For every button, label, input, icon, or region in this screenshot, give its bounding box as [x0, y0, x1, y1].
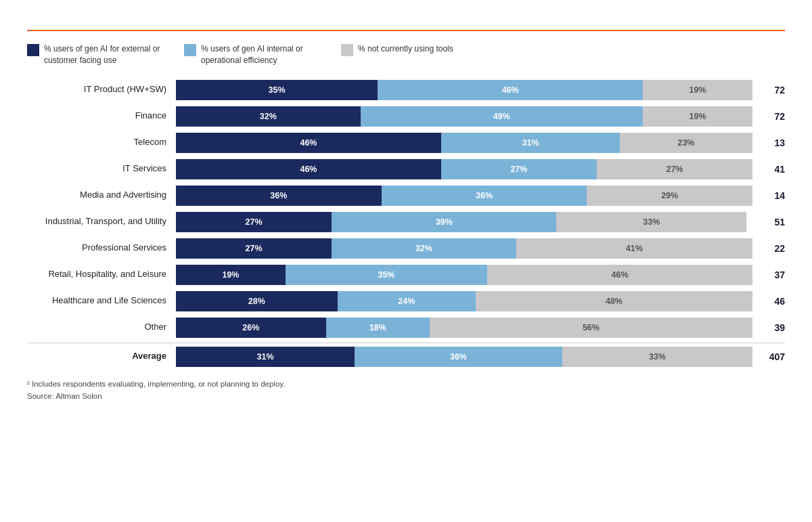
bar-container: 35%46%19%: [176, 80, 752, 100]
legend-color-2: [341, 44, 353, 56]
bar-container: 27%32%41%: [176, 238, 752, 259]
row-total: 407: [752, 351, 785, 362]
bar-dark: 36%: [176, 186, 382, 206]
chart-row: Media and Advertising36%36%29%14: [27, 184, 785, 207]
footnote-line: Source: Altman Solon: [27, 390, 785, 402]
bar-gray: 19%: [643, 80, 752, 100]
bar-container: 31%36%33%: [176, 347, 752, 367]
bar-container: 27%39%33%: [176, 212, 752, 232]
row-label: Average: [27, 351, 176, 362]
bar-gray: 33%: [556, 212, 746, 232]
bar-gray: 19%: [643, 106, 752, 127]
row-total: 14: [752, 190, 785, 201]
legend-label-2: % not currently using tools: [358, 43, 453, 55]
footnote-line: ¹ Includes respondents evaluating, imple…: [27, 378, 785, 390]
chart-row: Finance32%49%19%72: [27, 105, 785, 128]
bar-container: 46%31%23%: [176, 133, 752, 153]
legend-color-0: [27, 44, 39, 56]
bar-dark: 28%: [176, 291, 338, 311]
row-total: 51: [752, 217, 785, 227]
row-label: Professional Services: [27, 242, 176, 254]
legend: % users of gen AI for external or custom…: [27, 43, 785, 66]
bar-light: 46%: [378, 80, 643, 100]
legend-item-1: % users of gen AI internal or operationa…: [184, 43, 319, 66]
row-total: 13: [752, 137, 785, 148]
chart-row: IT Services46%27%27%41: [27, 158, 785, 181]
legend-item-0: % users of gen AI for external or custom…: [27, 43, 162, 66]
row-total: 72: [752, 111, 785, 122]
chart-row: Professional Services27%32%41%22: [27, 237, 785, 260]
bar-container: 32%49%19%: [176, 106, 752, 127]
chart-row: Other26%18%56%39: [27, 316, 785, 339]
bar-gray: 23%: [620, 133, 752, 153]
bar-light: 35%: [286, 265, 487, 285]
title-divider: [27, 30, 785, 31]
bar-light: 31%: [441, 133, 620, 153]
bar-dark: 31%: [176, 347, 355, 367]
bar-light: 27%: [441, 159, 597, 179]
bar-container: 46%27%27%: [176, 159, 752, 179]
bar-light: 36%: [355, 347, 562, 367]
bar-gray: 29%: [587, 186, 752, 206]
bar-light: 36%: [382, 186, 587, 206]
bar-gray: 41%: [516, 238, 752, 259]
row-label: Industrial, Transport, and Utility: [27, 216, 176, 227]
bar-dark: 46%: [176, 159, 441, 179]
row-label: Telecom: [27, 137, 176, 148]
bar-dark: 46%: [176, 133, 441, 153]
bar-light: 24%: [338, 291, 476, 311]
row-total: 39: [752, 322, 785, 333]
row-total: 41: [752, 164, 785, 175]
row-total: 46: [752, 296, 785, 307]
row-total: 37: [752, 269, 785, 280]
legend-label-1: % users of gen AI internal or operationa…: [201, 43, 319, 66]
chart-row: Telecom46%31%23%13: [27, 131, 785, 154]
bar-light: 49%: [361, 106, 643, 127]
bar-light: 18%: [326, 318, 430, 338]
chart-row: Retail, Hospitality, and Leisure19%35%46…: [27, 263, 785, 286]
legend-color-1: [184, 44, 196, 56]
bar-container: 26%18%56%: [176, 318, 752, 338]
bar-gray: 46%: [487, 265, 752, 285]
row-label: IT Services: [27, 163, 176, 175]
legend-item-2: % not currently using tools: [341, 43, 453, 56]
row-label: Retail, Hospitality, and Leisure: [27, 269, 176, 280]
bar-light: 39%: [332, 212, 556, 232]
chart-container: IT Product (HW+SW)35%46%19%72Finance32%4…: [27, 79, 785, 367]
bar-dark: 26%: [176, 318, 326, 338]
chart-row: Healthcare and Life Sciences28%24%48%46: [27, 290, 785, 313]
bar-dark: 27%: [176, 212, 332, 232]
bar-gray: 48%: [476, 291, 752, 311]
chart-row: Average31%36%33%407: [27, 343, 785, 367]
bar-dark: 27%: [176, 238, 332, 259]
row-total: 72: [752, 85, 785, 95]
row-total: 22: [752, 243, 785, 254]
chart-row: IT Product (HW+SW)35%46%19%72: [27, 79, 785, 102]
bar-container: 19%35%46%: [176, 265, 752, 285]
bar-gray: 33%: [562, 347, 752, 367]
bar-container: 36%36%29%: [176, 186, 752, 206]
row-label: Finance: [27, 110, 176, 122]
chart-row: Industrial, Transport, and Utility27%39%…: [27, 211, 785, 234]
row-label: Other: [27, 322, 176, 333]
bar-container: 28%24%48%: [176, 291, 752, 311]
bar-dark: 19%: [176, 265, 286, 285]
bar-dark: 32%: [176, 106, 361, 127]
bar-light: 32%: [332, 238, 516, 259]
bar-gray: 27%: [597, 159, 752, 179]
bar-gray: 56%: [430, 318, 752, 338]
row-label: Healthcare and Life Sciences: [27, 295, 176, 307]
footnotes: ¹ Includes respondents evaluating, imple…: [27, 378, 785, 403]
row-label: Media and Advertising: [27, 190, 176, 201]
legend-label-0: % users of gen AI for external or custom…: [44, 43, 162, 66]
row-label: IT Product (HW+SW): [27, 84, 176, 95]
bar-dark: 35%: [176, 80, 378, 100]
